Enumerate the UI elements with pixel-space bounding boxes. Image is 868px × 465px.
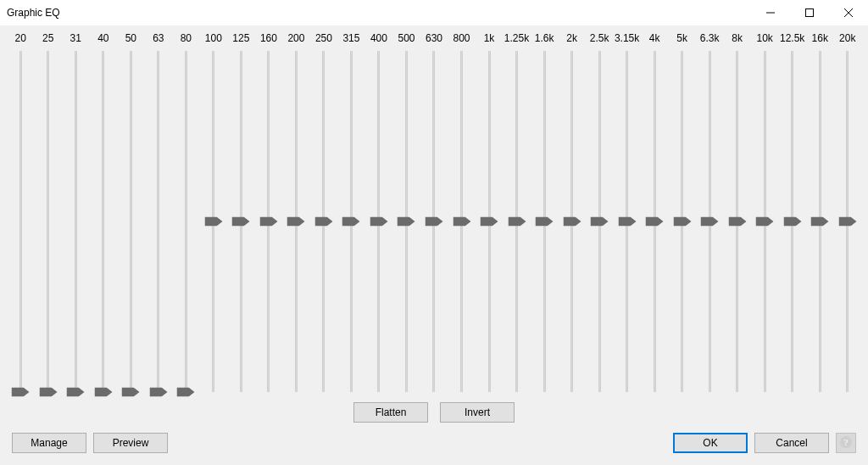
eq-slider-thumb[interactable] [94,388,112,397]
eq-slider-thumb[interactable] [149,388,167,397]
eq-slider[interactable] [641,46,669,397]
eq-band: 2k [558,32,586,397]
eq-slider-thumb[interactable] [811,217,829,227]
svg-marker-19 [508,217,526,227]
eq-slider-thumb[interactable] [838,217,856,227]
eq-band: 50 [117,32,145,397]
eq-slider[interactable] [751,46,779,397]
eq-slider-thumb[interactable] [481,217,498,227]
eq-slider-thumb[interactable] [783,217,801,227]
svg-marker-21 [563,217,581,227]
eq-slider-thumb[interactable] [728,217,746,227]
eq-slider-thumb[interactable] [232,217,250,227]
eq-slider-thumb[interactable] [646,217,664,227]
bottom-button-row: Manage Preview OK Cancel ? [0,429,868,465]
flatten-button[interactable]: Flatten [353,402,428,423]
eq-slider[interactable] [833,46,861,397]
eq-slider-thumb[interactable] [618,217,636,227]
eq-slider[interactable] [227,46,255,397]
cancel-button[interactable]: Cancel [754,433,829,453]
eq-slider[interactable] [668,46,696,397]
eq-slider-thumb[interactable] [673,217,691,227]
eq-band-label: 16k [812,32,828,46]
window-maximize-button[interactable] [790,0,829,25]
eq-slider[interactable] [806,46,834,397]
eq-slider-thumb[interactable] [563,217,581,227]
eq-slider-thumb[interactable] [536,217,554,227]
eq-slider-thumb[interactable] [67,388,85,397]
eq-slider-thumb[interactable] [204,217,222,227]
eq-sliders-area: 2025314050638010012516020025031540050063… [0,25,868,399]
eq-slider-thumb[interactable] [701,217,719,227]
eq-band: 4k [641,32,669,397]
ok-button[interactable]: OK [673,433,748,453]
eq-band: 100 [200,32,228,397]
eq-slider-thumb[interactable] [12,388,30,397]
eq-band: 3.15k [613,32,641,397]
eq-slider[interactable] [35,46,63,397]
eq-slider[interactable] [7,46,35,397]
eq-slider[interactable] [392,46,420,397]
eq-slider[interactable] [117,46,145,397]
eq-slider-thumb[interactable] [398,217,415,227]
eq-slider[interactable] [420,46,448,397]
eq-slider[interactable] [723,46,751,397]
eq-slider-thumb[interactable] [314,217,332,227]
eq-slider-thumb[interactable] [259,217,277,227]
eq-slider-thumb[interactable] [177,388,195,397]
eq-slider-thumb[interactable] [39,388,57,397]
eq-slider-thumb[interactable] [591,217,609,227]
eq-band-label: 8k [732,32,743,46]
eq-slider-thumb[interactable] [756,217,774,227]
eq-band-label: 125 [232,32,249,46]
eq-slider[interactable] [613,46,641,397]
eq-slider-thumb[interactable] [508,217,526,227]
window-minimize-button[interactable] [751,0,790,25]
eq-band: 12.5k [778,32,806,397]
eq-slider[interactable] [282,46,310,397]
eq-slider[interactable] [531,46,559,397]
preview-button[interactable]: Preview [93,433,168,453]
eq-band: 8k [723,32,751,397]
eq-slider-thumb[interactable] [122,388,140,397]
invert-button[interactable]: Invert [440,402,515,423]
eq-slider-thumb[interactable] [287,217,305,227]
eq-slider[interactable] [200,46,228,397]
eq-slider[interactable] [476,46,504,397]
svg-marker-5 [122,388,140,397]
eq-slider-thumb[interactable] [453,217,470,227]
eq-slider-thumb[interactable] [370,217,387,227]
eq-slider[interactable] [586,46,614,397]
eq-slider[interactable] [503,46,531,397]
eq-slider[interactable] [448,46,476,397]
window-close-button[interactable] [829,0,868,25]
center-button-row: Flatten Invert [0,399,868,429]
svg-marker-26 [701,217,719,227]
eq-band-label: 2.5k [590,32,609,46]
eq-band-label: 80 [181,32,192,46]
eq-slider[interactable] [696,46,724,397]
eq-slider[interactable] [337,46,365,397]
eq-slider[interactable] [255,46,283,397]
manage-button[interactable]: Manage [12,433,86,453]
eq-slider[interactable] [365,46,393,397]
eq-band: 315 [337,32,365,397]
eq-slider[interactable] [558,46,586,397]
eq-slider[interactable] [310,46,338,397]
eq-slider[interactable] [90,46,118,397]
eq-band-label: 10k [757,32,773,46]
eq-slider[interactable] [62,46,90,397]
eq-band: 1.6k [531,32,559,397]
help-button[interactable]: ? [836,433,856,453]
eq-slider-track [75,51,77,392]
svg-marker-28 [756,217,774,227]
eq-band-label: 400 [370,32,387,46]
eq-slider[interactable] [172,46,200,397]
window-title: Graphic EQ [7,7,60,19]
eq-slider[interactable] [145,46,173,397]
eq-slider[interactable] [778,46,806,397]
eq-band: 6.3k [696,32,724,397]
eq-band: 500 [392,32,420,397]
eq-slider-thumb[interactable] [425,217,442,227]
eq-slider-thumb[interactable] [342,217,360,227]
